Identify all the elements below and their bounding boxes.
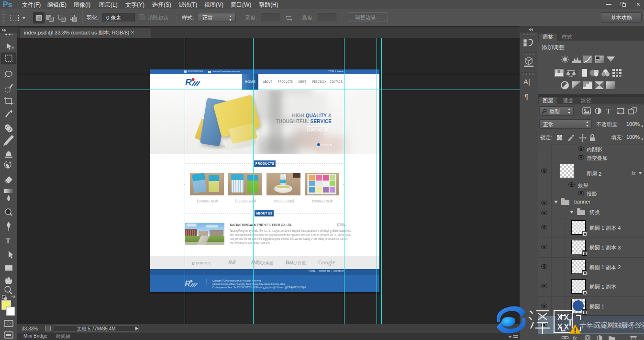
svg-text:T: T <box>606 108 611 115</box>
svg-text:¶: ¶ <box>524 92 528 101</box>
svg-text:A|: A| <box>523 78 530 86</box>
svg-text:R: R <box>185 280 190 288</box>
svg-text:T: T <box>6 238 11 245</box>
svg-text:±: ± <box>596 58 598 63</box>
